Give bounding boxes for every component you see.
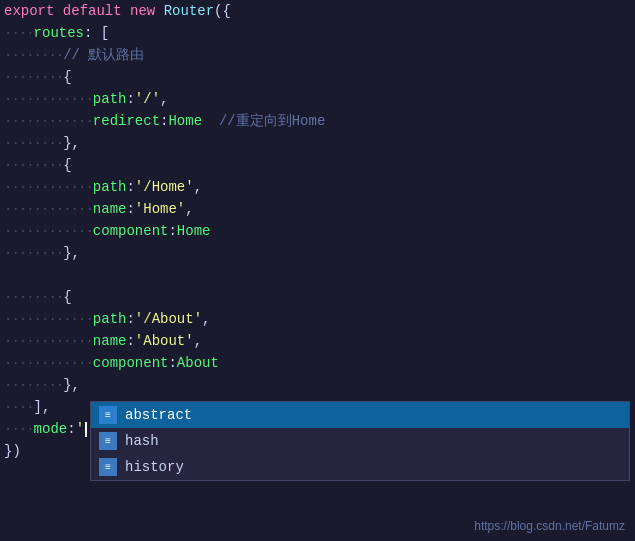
code-line-10: ············ name : 'Home' ,: [0, 198, 635, 220]
prop-path-1: path: [93, 88, 127, 110]
code-editor: export default new Router ({ ···· routes…: [0, 0, 635, 541]
code-line-15: ············ path : '/About' ,: [0, 308, 635, 330]
autocomplete-label-abstract: abstract: [125, 407, 192, 423]
code-line-11: ············ component : Home: [0, 220, 635, 242]
val-home-1: Home: [168, 110, 202, 132]
code-line-14: ········ {: [0, 286, 635, 308]
str-mode-value: ': [76, 418, 84, 440]
autocomplete-item-hash[interactable]: ≡ hash: [91, 428, 629, 454]
code-line-12: ········ },: [0, 242, 635, 264]
code-line-6: ············ redirect : Home //重定向到Home: [0, 110, 635, 132]
keyword-export: export: [4, 0, 54, 22]
watermark-text: https://blog.csdn.net/Fatumz: [474, 519, 625, 533]
str-home-path: '/Home': [135, 176, 194, 198]
prop-name-1: name: [93, 198, 127, 220]
prop-component-2: component: [93, 352, 169, 374]
code-line-9: ············ path : '/Home' ,: [0, 176, 635, 198]
code-content: export default new Router ({ ···· routes…: [0, 0, 635, 462]
autocomplete-item-history[interactable]: ≡ history: [91, 454, 629, 480]
code-line-7: ········ },: [0, 132, 635, 154]
prop-mode: mode: [34, 418, 68, 440]
code-line-4: ········ {: [0, 66, 635, 88]
autocomplete-icon-hash: ≡: [99, 432, 117, 450]
text-cursor: [85, 422, 87, 437]
code-line-3: ········ // 默认路由: [0, 44, 635, 66]
autocomplete-label-history: history: [125, 459, 184, 475]
code-line-8: ········ {: [0, 154, 635, 176]
prop-routes: routes: [34, 22, 84, 44]
code-line-17: ············ component : About: [0, 352, 635, 374]
val-home-component: Home: [177, 220, 211, 242]
autocomplete-dropdown: ≡ abstract ≡ hash ≡ history: [90, 401, 630, 481]
str-home-name: 'Home': [135, 198, 185, 220]
code-line-13: [0, 264, 635, 286]
prop-component-1: component: [93, 220, 169, 242]
code-line-2: ···· routes : [: [0, 22, 635, 44]
code-line-5: ············ path : '/' ,: [0, 88, 635, 110]
str-about-name: 'About': [135, 330, 194, 352]
classname-router: Router: [164, 0, 214, 22]
prop-path-2: path: [93, 176, 127, 198]
prop-redirect: redirect: [93, 110, 160, 132]
code-line-16: ············ name : 'About' ,: [0, 330, 635, 352]
comment-default-route: // 默认路由: [63, 44, 144, 66]
autocomplete-item-abstract[interactable]: ≡ abstract: [91, 402, 629, 428]
str-about-path: '/About': [135, 308, 202, 330]
code-line-18: ········ },: [0, 374, 635, 396]
prop-path-3: path: [93, 308, 127, 330]
keyword-default: default: [63, 0, 122, 22]
prop-name-2: name: [93, 330, 127, 352]
autocomplete-label-hash: hash: [125, 433, 159, 449]
autocomplete-icon-history: ≡: [99, 458, 117, 476]
val-about-component: About: [177, 352, 219, 374]
str-slash: '/': [135, 88, 160, 110]
keyword-new: new: [130, 0, 155, 22]
autocomplete-icon-abstract: ≡: [99, 406, 117, 424]
code-line-1: export default new Router ({: [0, 0, 635, 22]
comment-redirect: //重定向到Home: [219, 110, 325, 132]
